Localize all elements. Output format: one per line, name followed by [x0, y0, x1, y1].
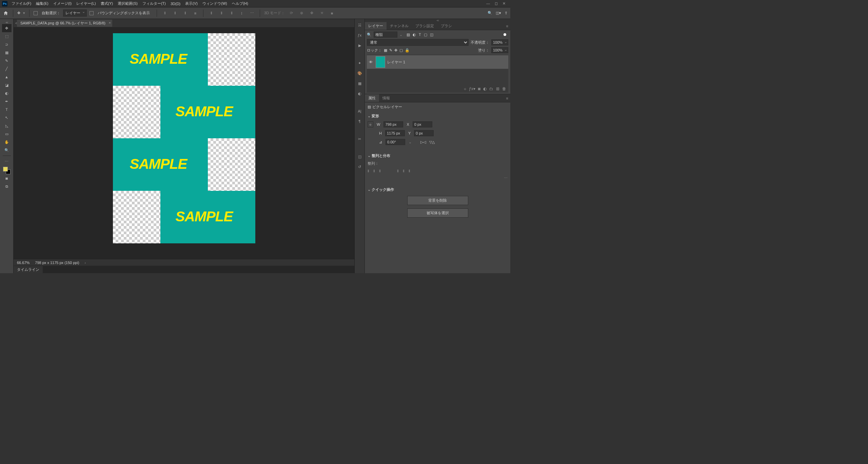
angle-field[interactable] — [386, 139, 405, 145]
gradient-tool[interactable]: ◐ — [2, 89, 12, 97]
layer-row[interactable]: 👁 レイヤー 1 — [367, 55, 508, 69]
width-field[interactable] — [383, 121, 403, 127]
transform-section-head[interactable]: 変形 — [368, 112, 508, 120]
tab-brush-settings[interactable]: ブラシ設定 — [412, 22, 437, 30]
x-field[interactable] — [413, 121, 432, 127]
brush-tool[interactable]: ╱ — [2, 65, 12, 73]
filter-adjustment-icon[interactable]: ◐ — [413, 33, 416, 37]
zoom-tool[interactable]: 🔍 — [2, 146, 12, 154]
search-icon[interactable]: 🔍 — [367, 33, 372, 37]
layer-mask-icon[interactable]: ◙ — [478, 86, 480, 91]
distribute-center-v-icon[interactable]: ⫴ — [218, 9, 225, 17]
quick-actions-head[interactable]: クイック操作 — [368, 186, 508, 194]
history-panel-icon[interactable]: ☵ — [356, 22, 363, 28]
clone-stamp-tool[interactable]: ▲ — [2, 73, 12, 81]
link-layers-icon[interactable]: ⟐ — [464, 86, 466, 91]
layer-thumbnail[interactable] — [376, 56, 385, 68]
height-field[interactable] — [385, 130, 405, 136]
home-icon[interactable] — [3, 11, 9, 16]
status-menu-icon[interactable]: › — [85, 261, 86, 265]
share-icon[interactable]: ⇪ — [505, 11, 508, 15]
select-subject-button[interactable]: 被写体を選択 — [407, 208, 468, 218]
menu-select[interactable]: 選択範囲(S) — [116, 0, 140, 7]
tab-brushes[interactable]: ブラシ — [437, 22, 455, 30]
menu-image[interactable]: イメージ(I) — [51, 0, 74, 7]
menu-view[interactable]: 表示(V) — [183, 0, 200, 7]
adjustments-panel-icon[interactable]: ◐ — [356, 90, 363, 97]
layers-dock-icon[interactable]: ◫ — [356, 153, 363, 160]
direct-select-tool[interactable]: ◺ — [2, 122, 12, 130]
properties-panel-menu-icon[interactable]: ≡ — [504, 96, 510, 100]
delete-layer-icon[interactable]: 🗑 — [502, 86, 506, 91]
align-right-icon[interactable]: ⫴ — [181, 9, 189, 17]
remove-background-button[interactable]: 背景を削除 — [407, 196, 468, 205]
marquee-tool[interactable]: ⬚ — [2, 32, 12, 40]
pen-tool[interactable]: ✒ — [2, 97, 12, 105]
filter-smart-icon[interactable]: ◫ — [430, 33, 433, 37]
workspace-icon[interactable]: ◫▾ — [496, 11, 501, 15]
tab-info[interactable]: 情報 — [379, 94, 393, 102]
align-menu-icon[interactable]: ≡ — [192, 9, 199, 17]
eraser-tool[interactable]: ◪ — [2, 81, 12, 89]
adjustment-layer-icon[interactable]: ◐ — [483, 86, 487, 91]
lock-all-icon[interactable]: 🔒 — [405, 48, 410, 53]
move-tool[interactable]: ✥ — [2, 24, 12, 32]
search-icon[interactable]: 🔍 — [488, 11, 492, 15]
canvas-viewport[interactable]: SAMPLE SAMPLE SAMPLE SAMPLE — [14, 27, 354, 259]
doc-dimensions[interactable]: 798 px x 1175 px (150 ppi) — [35, 261, 79, 265]
tab-channels[interactable]: チャンネル — [387, 22, 412, 30]
fg-bg-swatch[interactable] — [3, 167, 11, 174]
align-right-edges-icon[interactable]: ⫴ — [379, 169, 381, 173]
layer-filter-kind[interactable] — [374, 32, 397, 38]
layer-style-icon[interactable]: ƒx▾ — [469, 86, 475, 91]
type-tool[interactable]: T — [2, 105, 12, 114]
distribute-menu-icon[interactable]: ⫶ — [238, 9, 245, 17]
lasso-tool[interactable]: ⊃ — [2, 40, 12, 48]
fg-color-swatch[interactable] — [3, 167, 8, 172]
lock-position-icon[interactable]: ✥ — [394, 48, 397, 53]
align-center-h-icon[interactable]: ⫴ — [373, 169, 375, 173]
swatches-panel-icon[interactable]: 🎨 — [356, 70, 363, 77]
align-more-icon[interactable]: ⋯ — [368, 176, 508, 180]
libraries-panel-icon[interactable]: ✂ — [356, 136, 363, 142]
gradient-panel-icon[interactable]: ▦ — [356, 80, 363, 87]
close-tab-icon[interactable]: × — [109, 21, 111, 25]
window-minimize-icon[interactable]: — — [486, 1, 490, 6]
fill-field[interactable]: 100% — [491, 47, 508, 53]
navigator-panel-icon[interactable]: ✦ — [356, 60, 363, 66]
move-tool-icon[interactable]: ✥ — [17, 11, 20, 15]
play-panel-icon[interactable]: ▶ — [356, 42, 363, 49]
menu-file[interactable]: ファイル(F) — [9, 0, 33, 7]
timeline-tab[interactable]: タイムライン — [14, 266, 43, 273]
character-panel-icon[interactable]: A| — [356, 108, 363, 115]
tab-layers[interactable]: レイヤー — [365, 22, 387, 30]
lock-image-icon[interactable]: ✎ — [389, 48, 392, 53]
layers-panel-menu-icon[interactable]: ≡ — [504, 24, 510, 28]
layer-name[interactable]: レイヤー 1 — [387, 60, 405, 65]
align-bottom-edges-icon[interactable]: ⫴ — [409, 169, 410, 173]
edit-toolbar-icon[interactable]: ⋯ — [2, 157, 12, 165]
visibility-icon[interactable]: 👁 — [369, 60, 374, 64]
filter-type-icon[interactable]: T — [419, 33, 421, 37]
quick-mask-icon[interactable]: ◙ — [2, 174, 12, 182]
actions-panel-icon[interactable]: ƒx — [356, 32, 363, 39]
menu-filter[interactable]: フィルター(T) — [140, 0, 168, 7]
window-close-icon[interactable]: ✕ — [502, 1, 506, 6]
align-center-v-icon[interactable]: ⫴ — [403, 169, 405, 173]
blend-mode-select[interactable]: 通常 — [367, 39, 469, 46]
filter-toggle[interactable] — [504, 33, 506, 36]
flip-h-icon[interactable]: ▷◁ — [420, 140, 426, 144]
align-center-h-icon[interactable]: ⫴ — [171, 9, 179, 17]
auto-select-dropdown[interactable]: レイヤー — [63, 9, 87, 17]
paths-panel-icon[interactable]: ↺ — [356, 163, 363, 170]
align-section-head[interactable]: 整列と分布 — [368, 152, 508, 160]
object-select-tool[interactable]: ▦ — [2, 48, 12, 57]
lock-artboard-icon[interactable]: ▢ — [399, 48, 403, 53]
lock-transparency-icon[interactable]: ▦ — [384, 48, 387, 53]
rectangle-tool[interactable]: ▭ — [2, 130, 12, 138]
menu-help[interactable]: ヘルプ(H) — [230, 0, 250, 7]
document-tab[interactable]: SAMPLE_DATA.png @ 66.7% (レイヤー 1, RGB/8) … — [17, 20, 112, 27]
menu-edit[interactable]: 編集(E) — [34, 0, 51, 7]
tab-properties[interactable]: 属性 — [365, 94, 379, 102]
paragraph-panel-icon[interactable]: ¶ — [356, 118, 363, 125]
